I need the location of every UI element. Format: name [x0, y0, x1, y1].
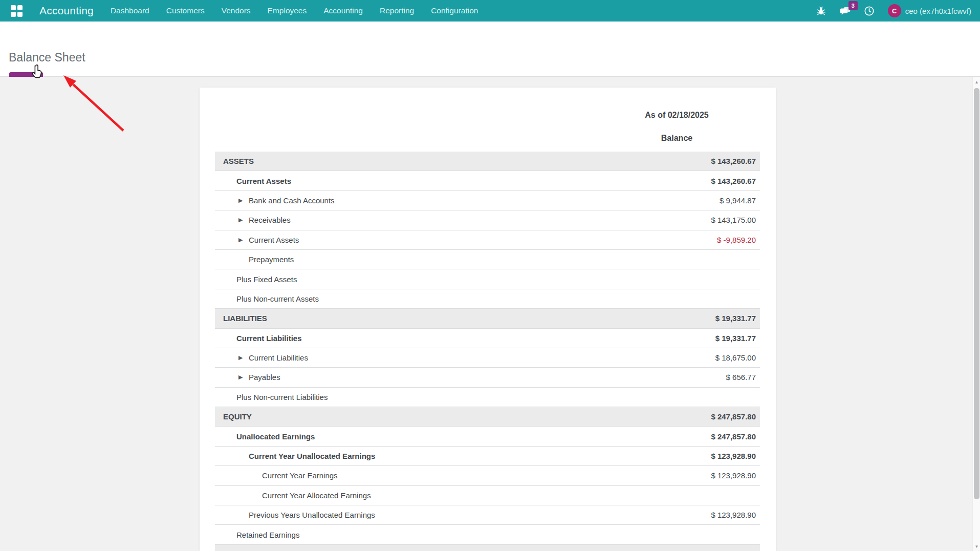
- row-balance-value: $ 9,944.87: [720, 196, 760, 205]
- row-label-text: Prepayments: [249, 255, 294, 264]
- table-row[interactable]: ▶Payables$ 656.77: [215, 368, 760, 387]
- row-label-text: Previous Years Unallocated Earnings: [249, 511, 375, 519]
- table-row: Current Liabilities$ 19,331.77: [215, 329, 760, 348]
- nav-menu: DashboardCustomersVendorsEmployeesAccoun…: [110, 4, 479, 17]
- table-row[interactable]: ▶Bank and Cash Accounts$ 9,944.87: [215, 191, 760, 210]
- nav-item-customers[interactable]: Customers: [165, 4, 206, 17]
- unfold-caret-icon[interactable]: ▶: [238, 354, 245, 361]
- unfold-caret-icon[interactable]: ▶: [238, 197, 245, 204]
- apps-grid-square: [11, 5, 16, 10]
- table-row: Current Assets$ 143,260.67: [215, 171, 760, 190]
- apps-grid-square: [11, 12, 16, 17]
- row-label: ▶Payables: [215, 373, 726, 382]
- row-label-text: Current Assets: [236, 177, 291, 185]
- nav-item-vendors[interactable]: Vendors: [221, 4, 252, 17]
- apps-menu-icon[interactable]: [11, 5, 23, 17]
- table-row: Current Year Unallocated Earnings$ 123,9…: [215, 447, 760, 466]
- row-label: LIABILITIES: [215, 314, 715, 323]
- table-row: Previous Years Unallocated Earnings$ 123…: [215, 505, 760, 525]
- user-menu[interactable]: C ceo (ex7h0x1fcwvf): [888, 4, 971, 17]
- nav-item-employees[interactable]: Employees: [267, 4, 308, 17]
- unfold-caret-icon[interactable]: ▶: [238, 217, 245, 223]
- row-label: ▶Bank and Cash Accounts: [215, 196, 720, 205]
- content-area: As of 02/18/2025 Balance ASSETS$ 143,260…: [0, 77, 980, 551]
- unfold-caret-icon[interactable]: ▶: [238, 237, 245, 243]
- balance-sheet-card: As of 02/18/2025 Balance ASSETS$ 143,260…: [200, 88, 776, 551]
- table-row: Prepayments: [215, 250, 760, 269]
- row-balance-value: $ 247,857.80: [711, 432, 760, 441]
- page-title: Balance Sheet: [9, 51, 85, 65]
- row-balance-value: $ 123,928.90: [711, 471, 760, 480]
- row-balance-value: $ 19,331.77: [715, 334, 760, 343]
- row-label-text: Payables: [249, 373, 280, 382]
- user-name: ceo (ex7h0x1fcwvf): [905, 7, 971, 15]
- table-row: Unallocated Earnings$ 247,857.80: [215, 427, 760, 446]
- row-label: ▶Receivables: [215, 216, 711, 224]
- row-label: ▶Current Assets: [215, 236, 717, 244]
- table-row[interactable]: ▶Receivables$ 143,175.00: [215, 210, 760, 230]
- scrollbar-down-icon[interactable]: ▼: [973, 544, 980, 549]
- nav-item-reporting[interactable]: Reporting: [379, 4, 415, 17]
- row-balance-value: $ 656.77: [726, 373, 760, 382]
- activities-clock-icon[interactable]: [864, 5, 875, 16]
- column-header-balance: Balance: [594, 134, 760, 143]
- row-balance-value: $ 123,928.90: [711, 452, 760, 460]
- row-label: Current Year Allocated Earnings: [215, 491, 756, 500]
- row-label: Current Liabilities: [215, 334, 715, 343]
- unfold-caret-icon[interactable]: ▶: [238, 374, 245, 380]
- table-row: Retained Earnings: [215, 525, 760, 544]
- row-label-text: Retained Earnings: [236, 531, 299, 539]
- row-label: EQUITY: [215, 412, 711, 421]
- bug-icon[interactable]: [816, 5, 827, 16]
- nav-item-configuration[interactable]: Configuration: [430, 4, 479, 17]
- row-label: Plus Fixed Assets: [215, 275, 756, 284]
- row-label-text: Current Assets: [249, 236, 299, 244]
- row-balance-value: $ 123,928.90: [711, 511, 760, 519]
- table-row: Current Year Earnings$ 123,928.90: [215, 466, 760, 485]
- row-label-text: Current Liabilities: [236, 334, 302, 343]
- scrollbar-up-icon[interactable]: ▲: [973, 80, 980, 84]
- vertical-scrollbar[interactable]: ▲ ▼: [972, 77, 980, 551]
- row-label-text: Current Liabilities: [249, 353, 308, 362]
- row-label: Current Year Unallocated Earnings: [215, 452, 711, 460]
- row-balance-value: $ 247,857.80: [711, 412, 760, 421]
- table-row[interactable]: ▶Current Liabilities$ 18,675.00: [215, 348, 760, 368]
- table-row[interactable]: ▶Current Assets$ -9,859.20: [215, 230, 760, 250]
- section-row: [215, 545, 760, 551]
- row-label-text: ASSETS: [223, 157, 254, 165]
- apps-grid-square: [17, 12, 23, 17]
- table-row: Plus Fixed Assets: [215, 269, 760, 289]
- row-balance-value: $ 143,260.67: [711, 177, 760, 185]
- nav-item-dashboard[interactable]: Dashboard: [110, 4, 150, 17]
- section-row: ASSETS$ 143,260.67: [215, 152, 760, 171]
- apps-grid-square: [17, 5, 23, 10]
- row-label: Previous Years Unallocated Earnings: [215, 511, 711, 519]
- column-header-date: As of 02/18/2025: [594, 111, 760, 120]
- row-label: Current Year Earnings: [215, 471, 711, 480]
- scrollbar-thumb[interactable]: [974, 88, 979, 499]
- row-label-text: EQUITY: [223, 412, 252, 421]
- row-label: Retained Earnings: [215, 531, 756, 539]
- table-row: Current Year Allocated Earnings: [215, 486, 760, 505]
- row-label: Current Assets: [215, 177, 711, 185]
- section-row: EQUITY$ 247,857.80: [215, 407, 760, 427]
- row-label-text: Current Year Earnings: [262, 471, 338, 480]
- messages-icon[interactable]: 3: [840, 5, 851, 16]
- row-label-text: Plus Non-current Liabilities: [236, 393, 328, 401]
- row-label-text: Receivables: [249, 216, 291, 224]
- table-row: Plus Non-current Assets: [215, 289, 760, 309]
- row-label: Plus Non-current Liabilities: [215, 393, 756, 401]
- navbar-right: 3 C ceo (ex7h0x1fcwvf): [816, 4, 980, 17]
- row-label: Plus Non-current Assets: [215, 294, 756, 303]
- balance-sheet-table: ASSETS$ 143,260.67Current Assets$ 143,26…: [215, 152, 760, 551]
- row-label-text: Plus Fixed Assets: [236, 275, 297, 284]
- row-label-text: LIABILITIES: [223, 314, 267, 323]
- nav-item-accounting[interactable]: Accounting: [322, 4, 364, 17]
- row-balance-value: $ 19,331.77: [715, 314, 760, 323]
- row-label: Unallocated Earnings: [215, 432, 711, 441]
- row-label-text: Plus Non-current Assets: [236, 294, 319, 303]
- messages-badge: 3: [848, 1, 858, 10]
- row-label: ▶Current Liabilities: [215, 353, 715, 362]
- section-row: LIABILITIES$ 19,331.77: [215, 309, 760, 328]
- avatar: C: [888, 4, 901, 17]
